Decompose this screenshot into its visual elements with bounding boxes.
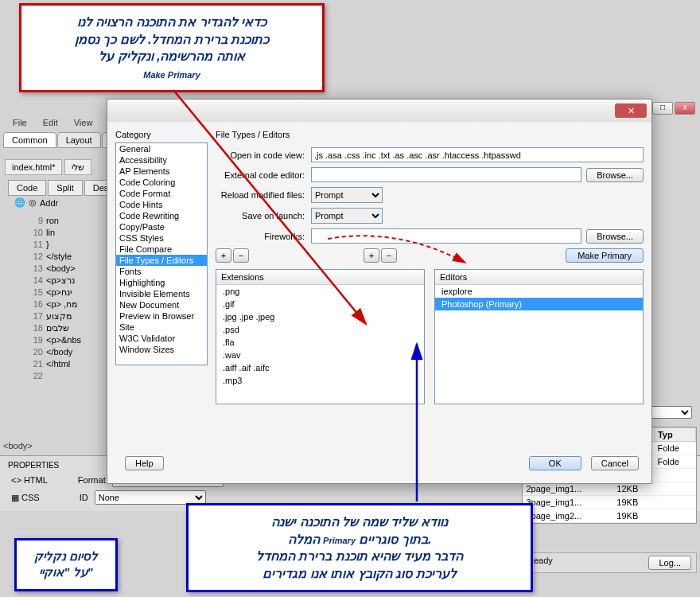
- category-item[interactable]: File Types / Editors: [116, 255, 207, 266]
- section-title: File Types / Editors: [216, 130, 644, 139]
- external-editor-input[interactable]: [311, 167, 581, 182]
- extension-item[interactable]: .mp3: [216, 374, 424, 387]
- document-tabs: index.html* שלי: [5, 162, 91, 173]
- callout-red: כדאי להגדיר את התוכנה הרצויה לנוכתוכנת ב…: [19, 3, 325, 92]
- address-label: Addr: [40, 198, 58, 208]
- max-button[interactable]: □: [652, 102, 673, 115]
- log-button[interactable]: Log...: [648, 556, 691, 570]
- menubar: File Edit View: [6, 116, 99, 131]
- make-primary-button[interactable]: Make Primary: [566, 248, 644, 263]
- dialog-close-icon[interactable]: ✕: [615, 103, 647, 118]
- globe-icon: 🌐: [14, 197, 25, 208]
- editors-header: Editors: [435, 270, 643, 285]
- category-item[interactable]: AP Elements: [116, 166, 207, 177]
- split-view-button[interactable]: Split: [48, 180, 82, 196]
- ext-add-button[interactable]: +: [216, 248, 231, 263]
- browse-external-button[interactable]: Browse...: [586, 168, 644, 182]
- file-row[interactable]: 2page_img1...12KB: [523, 482, 696, 496]
- category-item[interactable]: Highlighting: [116, 277, 207, 288]
- category-item[interactable]: File Compare: [116, 244, 207, 255]
- extension-item[interactable]: .jpg .jpe .jpeg: [216, 310, 424, 323]
- extensions-listbox[interactable]: Extensions .png.gif.jpg .jpe .jpeg.psd.f…: [216, 269, 425, 404]
- category-item[interactable]: New Document: [116, 299, 207, 310]
- open-in-code-label: Open in code view:: [216, 150, 311, 160]
- type-header[interactable]: Typ: [654, 428, 695, 442]
- css-mode[interactable]: ▦ CSS: [11, 493, 40, 503]
- help-button[interactable]: Help: [125, 456, 164, 470]
- editor-item[interactable]: Photoshop (Primary): [435, 298, 643, 310]
- category-item[interactable]: Accessibility: [116, 154, 207, 166]
- menu-edit[interactable]: Edit: [37, 116, 64, 131]
- category-item[interactable]: CSS Styles: [116, 232, 207, 244]
- open-in-code-input[interactable]: [311, 147, 644, 162]
- fireworks-input[interactable]: [311, 228, 581, 244]
- extension-item[interactable]: .gif: [216, 298, 424, 310]
- tag-selector[interactable]: <body>: [3, 441, 33, 451]
- code-gutter: 910111213141516171819202122: [24, 215, 43, 382]
- extensions-header: Extensions: [216, 270, 424, 285]
- extension-item[interactable]: .fla: [216, 336, 424, 349]
- category-item[interactable]: Window Sizes: [116, 344, 207, 355]
- category-item[interactable]: Preview in Browser: [116, 310, 207, 322]
- extension-item[interactable]: .aiff .aif .aifc: [216, 361, 424, 374]
- tab-common[interactable]: Common: [3, 132, 56, 148]
- reload-select[interactable]: Prompt: [311, 187, 383, 203]
- save-launch-select[interactable]: Prompt: [311, 208, 383, 224]
- fireworks-label: Fireworks:: [216, 232, 311, 241]
- category-list[interactable]: GeneralAccessibilityAP ElementsCode Colo…: [115, 142, 208, 365]
- category-item[interactable]: Code Coloring: [116, 177, 207, 188]
- code-body[interactable]: ron lin }</style<body><p>נרצ<p>ינח<p> ,מ…: [46, 215, 81, 370]
- address-bar: 🌐 ◎ Addr: [14, 197, 58, 208]
- nav-icon: ◎: [29, 197, 37, 208]
- view-toolbar: Code Split Des: [8, 180, 117, 196]
- doc-tab-index[interactable]: index.html*: [5, 159, 62, 175]
- save-launch-label: Save on launch:: [216, 211, 311, 220]
- category-item[interactable]: Fonts: [116, 266, 207, 277]
- cancel-button[interactable]: Cancel: [591, 456, 639, 470]
- editor-item[interactable]: iexplore: [435, 285, 643, 298]
- extension-item[interactable]: .png: [216, 285, 424, 298]
- category-item[interactable]: Copy/Paste: [116, 221, 207, 232]
- html-mode[interactable]: <> HTML: [11, 475, 48, 485]
- file-row[interactable]: 3page_img1...19KB: [523, 496, 696, 509]
- editors-listbox[interactable]: Editors iexplorePhotoshop (Primary): [434, 269, 644, 404]
- format-label: Format: [78, 475, 106, 485]
- category-item[interactable]: Code Format: [116, 188, 207, 199]
- ok-button[interactable]: OK: [529, 456, 581, 470]
- file-row[interactable]: 3page_img2...19KB: [523, 509, 696, 523]
- reload-label: Reload modified files:: [216, 190, 311, 200]
- doc-tab-other[interactable]: שלי: [64, 159, 91, 175]
- category-item[interactable]: Code Rewriting: [116, 210, 207, 221]
- browse-fireworks-button[interactable]: Browse...: [586, 229, 644, 244]
- dialog-titlebar[interactable]: ✕: [107, 100, 651, 122]
- category-label: Category: [115, 130, 208, 139]
- callout-blue: נוודא שליד שמה של התוכנה ישנההמלה Primar…: [186, 503, 533, 592]
- code-view-button[interactable]: Code: [8, 180, 46, 196]
- editor-add-button[interactable]: +: [364, 248, 379, 263]
- category-item[interactable]: General: [116, 143, 207, 154]
- extension-item[interactable]: .psd: [216, 323, 424, 336]
- category-item[interactable]: W3C Validator: [116, 333, 207, 344]
- id-label: ID: [80, 493, 88, 502]
- preferences-dialog: ✕ Category GeneralAccessibilityAP Elemen…: [107, 99, 652, 484]
- menu-file[interactable]: File: [6, 116, 33, 131]
- category-item[interactable]: Code Hints: [116, 199, 207, 210]
- ext-remove-button[interactable]: −: [233, 248, 249, 263]
- external-editor-label: External code editor:: [216, 170, 311, 180]
- extension-item[interactable]: .wav: [216, 349, 424, 361]
- menu-view[interactable]: View: [68, 116, 99, 131]
- category-item[interactable]: Site: [116, 322, 207, 333]
- close-button[interactable]: x: [675, 102, 695, 115]
- category-item[interactable]: Invisible Elements: [116, 288, 207, 299]
- callout-small: לסיום נקליקעל "אוקיי": [14, 538, 118, 591]
- status-bar: Ready Log...: [522, 552, 697, 573]
- editor-remove-button[interactable]: −: [381, 248, 397, 263]
- tab-layout[interactable]: Layout: [57, 132, 101, 148]
